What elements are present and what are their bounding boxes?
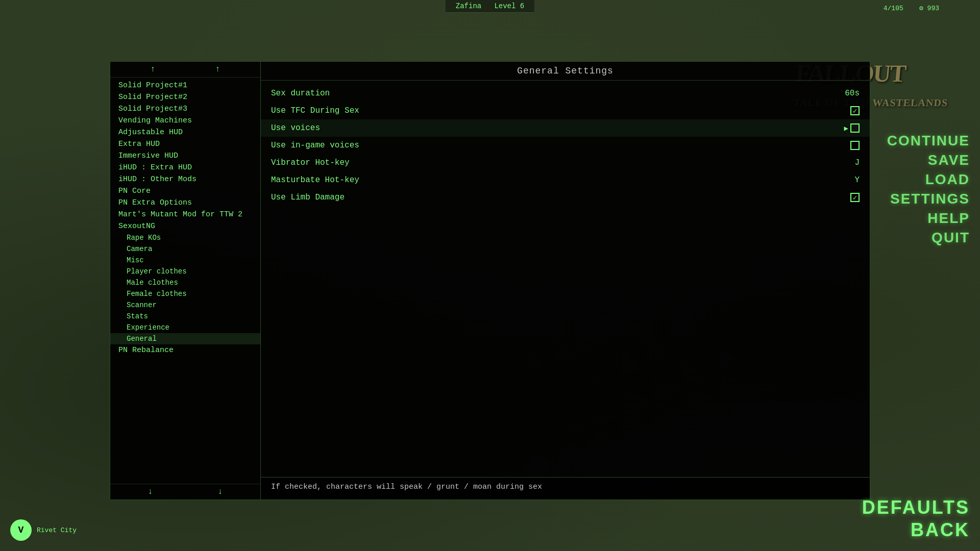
setting-row-2[interactable]: Use voices▶ <box>261 119 870 137</box>
sidebar-list: Solid Project#1Solid Project#2Solid Proj… <box>110 78 260 484</box>
location-name: Rivet City <box>37 527 77 534</box>
setting-label-3: Use in-game voices <box>271 141 850 150</box>
game-menu-item-continue[interactable]: CONTINUE <box>887 133 970 149</box>
setting-row-3[interactable]: Use in-game voices <box>261 137 870 154</box>
sidebar-item-20[interactable]: Stats <box>110 311 260 322</box>
sidebar-item-23[interactable]: PN Rebalance <box>110 344 260 356</box>
checkbox-2[interactable] <box>850 123 860 133</box>
hp-display: 4/105 <box>884 5 908 12</box>
sidebar-item-18[interactable]: Female clothes <box>110 288 260 299</box>
setting-row-1[interactable]: Use TFC During Sex <box>261 102 870 119</box>
sidebar-item-8[interactable]: iHUD : Other Mods <box>110 173 260 185</box>
setting-row-6[interactable]: Use Limb Damage <box>261 189 870 206</box>
setting-label-1: Use TFC During Sex <box>271 106 850 115</box>
game-menu-container: CONTINUESAVELOADSETTINGSHELPQUIT <box>887 133 975 246</box>
sidebar-item-10[interactable]: PN Extra Options <box>110 197 260 209</box>
sidebar-item-13[interactable]: Rape KOs <box>110 232 260 243</box>
setting-value-5: Y <box>839 176 860 185</box>
sidebar-item-9[interactable]: PN Core <box>110 185 260 197</box>
setting-label-5: Masturbate Hot-key <box>271 176 839 185</box>
game-menu-item-quit[interactable]: QUIT <box>932 230 970 246</box>
setting-label-4: Vibrator Hot-key <box>271 158 839 167</box>
sidebar-item-1[interactable]: Solid Project#2 <box>110 91 260 103</box>
sidebar-item-22[interactable]: General <box>110 333 260 344</box>
game-menu-item-load[interactable]: LOAD <box>925 171 970 188</box>
back-button[interactable]: BACK <box>911 519 970 541</box>
content-panel: General Settings Sex duration60sUse TFC … <box>260 61 870 500</box>
game-menu-item-settings[interactable]: SETTINGS <box>890 191 970 207</box>
character-name: Zafina <box>456 2 481 10</box>
setting-value-4: J <box>839 158 860 167</box>
sidebar-item-17[interactable]: Male clothes <box>110 277 260 288</box>
sidebar-nav-bottom: ↓ ↓ <box>110 484 260 499</box>
caps-display: ⚙ 993 <box>919 5 939 12</box>
scroll-down-left-arrow[interactable]: ↓ <box>148 487 153 496</box>
checkbox-1[interactable] <box>850 106 860 115</box>
sidebar-item-12[interactable]: SexoutNG <box>110 220 260 232</box>
setting-value-0: 60s <box>839 89 860 98</box>
checkbox-3[interactable] <box>850 141 860 150</box>
scroll-up-left-arrow[interactable]: ↑ <box>151 65 156 74</box>
sidebar: ↑ ↑ Solid Project#1Solid Project#2Solid … <box>110 61 260 500</box>
sidebar-item-11[interactable]: Mart's Mutant Mod for TTW 2 <box>110 209 260 220</box>
sidebar-item-2[interactable]: Solid Project#3 <box>110 103 260 115</box>
setting-label-2: Use voices <box>271 123 850 133</box>
scroll-down-right-arrow[interactable]: ↓ <box>218 487 223 496</box>
main-panel: ↑ ↑ Solid Project#1Solid Project#2Solid … <box>110 61 870 500</box>
sidebar-item-5[interactable]: Extra HUD <box>110 138 260 150</box>
sidebar-item-3[interactable]: Vending Machines <box>110 115 260 127</box>
scroll-up-right-arrow[interactable]: ↑ <box>215 65 220 74</box>
sidebar-item-19[interactable]: Scanner <box>110 299 260 311</box>
sidebar-nav-top: ↑ ↑ <box>110 62 260 78</box>
sidebar-item-6[interactable]: Immersive HUD <box>110 150 260 162</box>
character-level: Level 6 <box>494 2 524 10</box>
setting-row-4[interactable]: Vibrator Hot-keyJ <box>261 154 870 171</box>
setting-label-6: Use Limb Damage <box>271 193 850 202</box>
description-bar: If checked, characters will speak / grun… <box>261 477 870 499</box>
vault-boy-icon: V <box>10 519 32 541</box>
sidebar-item-15[interactable]: Misc <box>110 255 260 266</box>
cursor-arrow-2: ▶ <box>844 124 848 133</box>
checkbox-6[interactable] <box>850 193 860 202</box>
defaults-button[interactable]: DEFAULTS <box>862 497 970 518</box>
bottom-right-buttons: DEFAULTS BACK <box>862 497 970 541</box>
sidebar-item-14[interactable]: Camera <box>110 243 260 255</box>
setting-row-5[interactable]: Masturbate Hot-keyY <box>261 171 870 189</box>
sidebar-item-7[interactable]: iHUD : Extra HUD <box>110 162 260 173</box>
setting-label-0: Sex duration <box>271 89 839 98</box>
settings-list: Sex duration60sUse TFC During SexUse voi… <box>261 81 870 477</box>
setting-row-0[interactable]: Sex duration60s <box>261 85 870 102</box>
game-menu-item-save[interactable]: SAVE <box>928 152 970 168</box>
content-title: General Settings <box>261 62 870 81</box>
sidebar-item-4[interactable]: Adjustable HUD <box>110 127 260 138</box>
sidebar-item-21[interactable]: Experience <box>110 322 260 333</box>
hud-stats: 4/105 ⚙ 993 <box>884 4 939 12</box>
game-menu-item-help[interactable]: HELP <box>927 210 970 227</box>
location-hud: V Rivet City <box>10 519 77 541</box>
hud-top: Zafina Level 6 <box>446 0 534 13</box>
sidebar-item-0[interactable]: Solid Project#1 <box>110 80 260 91</box>
sidebar-item-16[interactable]: Player clothes <box>110 266 260 277</box>
